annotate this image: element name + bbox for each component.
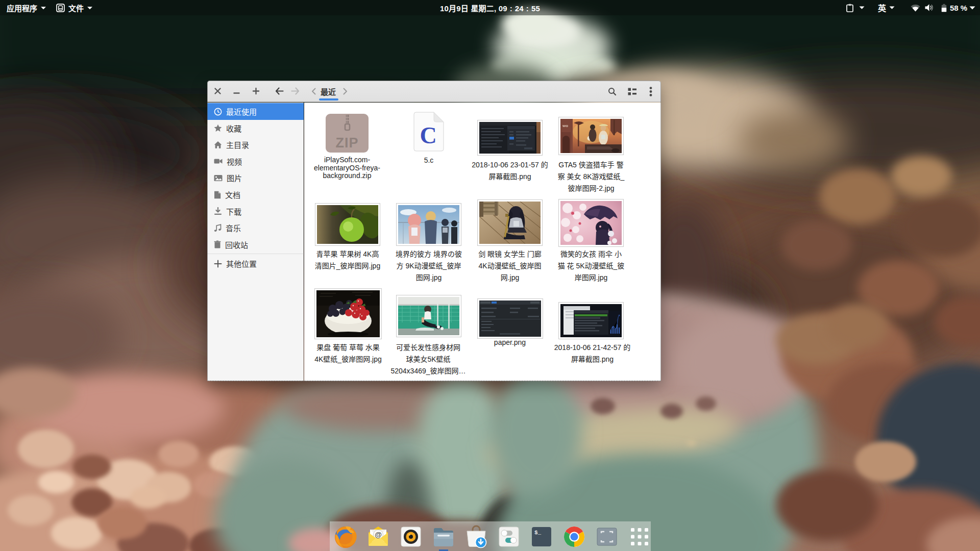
svg-text:$_: $_ — [534, 530, 542, 536]
svg-text:@: @ — [375, 531, 382, 539]
svg-text:ZIP: ZIP — [335, 135, 358, 151]
svg-text:wo: wo — [562, 123, 568, 128]
svg-text:C: C — [420, 122, 436, 148]
